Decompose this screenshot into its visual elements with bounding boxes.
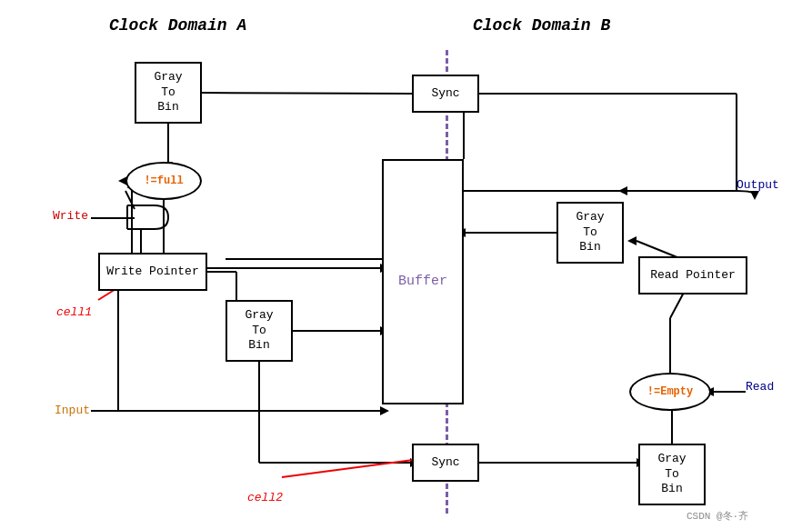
gray-to-bin-right: GrayToBin xyxy=(556,202,624,264)
svg-line-48 xyxy=(282,459,420,477)
read-label: Read xyxy=(746,380,774,394)
gray-to-bin-mid: GrayToBin xyxy=(226,300,293,362)
buffer: Buffer xyxy=(382,159,464,404)
svg-marker-40 xyxy=(750,191,759,200)
svg-marker-36 xyxy=(627,236,637,245)
cell2-label: cell2 xyxy=(247,491,283,504)
svg-line-0 xyxy=(202,93,412,94)
sync-bottom: Sync xyxy=(412,444,479,482)
write-pointer: Write Pointer xyxy=(98,253,207,291)
svg-line-45 xyxy=(125,191,135,209)
cell1-label: cell1 xyxy=(56,305,92,319)
gray-to-bin-top-left: GrayToBin xyxy=(135,62,202,124)
write-label: Write xyxy=(53,209,88,223)
svg-marker-20 xyxy=(380,406,389,415)
svg-marker-5 xyxy=(618,186,627,195)
input-label: Input xyxy=(55,404,90,417)
not-empty-ellipse: !=Empty xyxy=(629,373,711,411)
sync-top: Sync xyxy=(412,75,479,113)
title-clock-b: Clock Domain B xyxy=(473,16,610,35)
read-pointer: Read Pointer xyxy=(638,256,747,294)
diagram: Clock Domain A Clock Domain B xyxy=(0,0,812,529)
not-full-ellipse: !=full xyxy=(125,162,202,200)
output-label: Output xyxy=(737,178,779,192)
gray-to-bin-bottom-right: GrayToBin xyxy=(638,444,706,505)
watermark: CSDN @冬·齐 xyxy=(687,509,748,523)
title-clock-a: Clock Domain A xyxy=(109,16,246,35)
